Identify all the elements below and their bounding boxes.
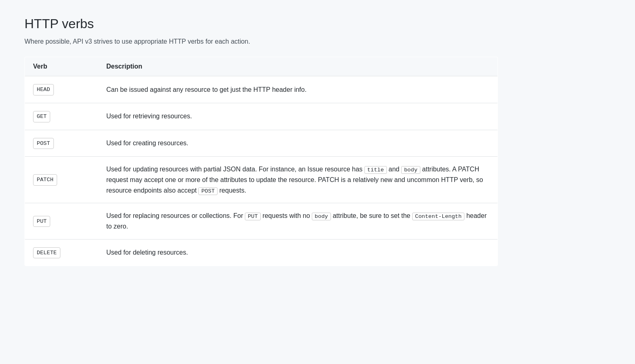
page-title: HTTP verbs bbox=[24, 16, 611, 31]
description-cell: Used for replacing resources or collecti… bbox=[98, 203, 498, 239]
description-cell: Can be issued against any resource to ge… bbox=[98, 76, 498, 103]
verb-cell: PATCH bbox=[25, 157, 98, 203]
verb-badge: HEAD bbox=[33, 84, 54, 95]
inline-code: title bbox=[364, 166, 387, 174]
description-cell: Used for updating resources with partial… bbox=[98, 157, 498, 203]
description-cell: Used for creating resources. bbox=[98, 130, 498, 157]
description-cell: Used for deleting resources. bbox=[98, 239, 498, 266]
verb-cell: GET bbox=[25, 103, 98, 130]
verb-badge: GET bbox=[33, 111, 50, 122]
table-row: PATCHUsed for updating resources with pa… bbox=[25, 157, 498, 203]
page-subtitle: Where possible, API v3 strives to use ap… bbox=[24, 38, 611, 45]
table-row: DELETEUsed for deleting resources. bbox=[25, 239, 498, 266]
verb-badge: PUT bbox=[33, 216, 50, 227]
inline-code: Content-Length bbox=[412, 213, 464, 220]
verb-cell: HEAD bbox=[25, 76, 98, 103]
http-verbs-table: Verb Description HEADCan be issued again… bbox=[24, 57, 498, 266]
table-header-row: Verb Description bbox=[25, 57, 498, 76]
verb-badge: DELETE bbox=[33, 247, 60, 259]
column-header-description: Description bbox=[98, 57, 498, 76]
description-cell: Used for retrieving resources. bbox=[98, 103, 498, 130]
inline-code: body bbox=[312, 213, 331, 220]
table-row: PUTUsed for replacing resources or colle… bbox=[25, 203, 498, 239]
column-header-verb: Verb bbox=[25, 57, 98, 76]
table-row: GETUsed for retrieving resources. bbox=[25, 103, 498, 130]
verb-cell: POST bbox=[25, 130, 98, 157]
table-row: POSTUsed for creating resources. bbox=[25, 130, 498, 157]
inline-code: PUT bbox=[245, 213, 260, 220]
inline-code: body bbox=[401, 166, 420, 174]
verb-cell: PUT bbox=[25, 203, 98, 239]
verb-cell: DELETE bbox=[25, 239, 98, 266]
verb-badge: POST bbox=[33, 138, 54, 149]
inline-code: POST bbox=[198, 187, 218, 195]
table-row: HEADCan be issued against any resource t… bbox=[25, 76, 498, 103]
verb-badge: PATCH bbox=[33, 174, 57, 186]
